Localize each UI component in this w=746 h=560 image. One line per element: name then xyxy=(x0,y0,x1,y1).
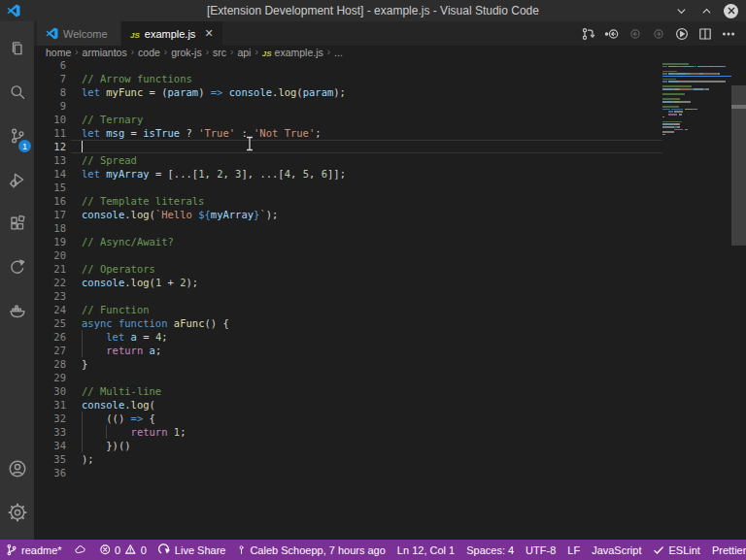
minimap[interactable] xyxy=(662,60,731,138)
code-line-18[interactable]: 18 xyxy=(34,221,746,235)
activity-bar-item account-icon[interactable] xyxy=(0,446,34,490)
editor-scrollbar[interactable] xyxy=(731,58,746,540)
code-line-30[interactable]: 30// Multi-line xyxy=(34,384,746,398)
git-blame-status[interactable]: Caleb Schoepp, 7 hours ago xyxy=(231,540,390,560)
code-line-15[interactable]: 15 xyxy=(34,181,746,194)
code-line-25[interactable]: 25async function aFunc() { xyxy=(34,316,746,330)
code-line-29[interactable]: 29 xyxy=(34,371,746,384)
activity-bar-item source-control-icon[interactable]: 1 xyxy=(0,114,34,157)
code-line-21[interactable]: 21// Operators xyxy=(34,262,746,276)
line-number: 25 xyxy=(34,316,82,330)
eol-status[interactable]: LF xyxy=(561,540,586,560)
tab-example-js[interactable]: JSexample.js✕ xyxy=(121,21,222,46)
maximize-button chevron-up-icon[interactable] xyxy=(698,3,714,18)
activity-bar-item extensions-icon[interactable] xyxy=(0,201,34,245)
scrollbar-thumb[interactable] xyxy=(731,85,746,246)
breadcrumb-item-example-js[interactable]: example.js xyxy=(275,47,323,58)
line-number: 21 xyxy=(34,262,82,276)
tab-label: Welcome xyxy=(63,28,108,40)
language-status[interactable]: JavaScript xyxy=(586,540,647,560)
encoding-status[interactable]: UTF-8 xyxy=(520,540,561,560)
indent-guide xyxy=(82,439,83,452)
error-icon xyxy=(99,544,112,556)
previous-change-icon[interactable] xyxy=(627,26,643,42)
code-line-36[interactable]: 36 xyxy=(34,466,746,479)
tab-welcome[interactable]: Welcome xyxy=(37,21,120,46)
prettier-status[interactable]: Prettier xyxy=(706,540,746,560)
indentation-status[interactable]: Spaces: 4 xyxy=(460,540,520,560)
line-content: // Async/Await? xyxy=(82,235,746,248)
activity-bar-item search-icon[interactable] xyxy=(0,70,34,114)
line-content: // Operators xyxy=(82,262,746,276)
code-line-28[interactable]: 28} xyxy=(34,357,746,371)
code-line-19[interactable]: 19// Async/Await? xyxy=(34,235,746,248)
breadcrumb-item--[interactable]: ... xyxy=(334,47,343,58)
code-line-6[interactable]: 6 xyxy=(34,58,746,72)
live-share-status[interactable]: Live Share xyxy=(153,540,232,560)
code-line-31[interactable]: 31console.log( xyxy=(34,398,746,412)
code-editor[interactable]: 67// Arrow functions8let myFunc = (param… xyxy=(34,58,746,540)
activity-bar-item explorer-icon[interactable] xyxy=(0,26,34,70)
breadcrumb: home›armiantos›code›grok-js›src›api›JSex… xyxy=(34,46,746,58)
sync-status[interactable] xyxy=(68,540,93,560)
check-icon xyxy=(653,544,664,556)
code-line-14[interactable]: 14let myArray = [...[1, 2, 3], ...[4, 5,… xyxy=(34,167,746,181)
code-line-7[interactable]: 7// Arrow functions xyxy=(34,72,746,85)
activity-bar-item live-share-icon[interactable] xyxy=(0,245,34,288)
blame-person-icon xyxy=(237,544,246,556)
open-changes-icon[interactable] xyxy=(581,26,596,42)
breadcrumb-item-src[interactable]: src xyxy=(213,47,226,58)
activity-bar-item run-debug-icon[interactable] xyxy=(0,157,34,201)
eslint-status[interactable]: ESLint xyxy=(647,540,705,560)
breadcrumb-separator: › xyxy=(254,47,257,57)
breadcrumb-item-armiantos[interactable]: armiantos xyxy=(83,47,127,58)
code-line-33[interactable]: 33 return 1; xyxy=(34,425,746,439)
vscode-logo-icon xyxy=(7,4,20,17)
code-line-13[interactable]: 13// Spread xyxy=(34,153,746,167)
minimize-button chevron-down-icon[interactable] xyxy=(673,3,689,18)
code-line-17[interactable]: 17console.log(`Hello ${myArray}`); xyxy=(34,208,746,221)
line-content: } xyxy=(82,357,746,371)
problems-status[interactable]: 00 xyxy=(93,540,153,560)
code-line-26[interactable]: 26 let a = 4; xyxy=(34,330,746,344)
breadcrumb-item-home[interactable]: home xyxy=(46,47,71,58)
code-line-22[interactable]: 22console.log(1 + 2); xyxy=(34,276,746,289)
code-line-34[interactable]: 34 })() xyxy=(34,439,746,452)
line-number: 10 xyxy=(34,113,82,126)
activity-bar-item docker-icon[interactable] xyxy=(0,288,34,332)
code-line-20[interactable]: 20 xyxy=(34,248,746,262)
cursor-position-status[interactable]: Ln 12, Col 1 xyxy=(391,540,460,560)
line-content xyxy=(82,58,746,72)
code-line-9[interactable]: 9 xyxy=(34,99,746,113)
more-actions-icon[interactable] xyxy=(721,26,736,42)
line-content: console.log( xyxy=(82,398,746,412)
next-change-icon[interactable] xyxy=(651,26,666,42)
close-button close-icon[interactable] xyxy=(724,4,738,18)
breadcrumb-item-grok-js[interactable]: grok-js xyxy=(171,47,202,58)
breadcrumb-item-api[interactable]: api xyxy=(237,47,251,58)
tab-label: example.js xyxy=(145,28,196,40)
tab-close-icon[interactable]: ✕ xyxy=(204,27,213,40)
code-line-24[interactable]: 24// Function xyxy=(34,303,746,316)
scm-branch-status[interactable]: readme* xyxy=(0,540,68,560)
first-change-icon[interactable] xyxy=(604,26,620,42)
branch-icon xyxy=(6,544,17,556)
code-line-12[interactable]: 12 xyxy=(34,140,746,153)
line-number: 12 xyxy=(34,140,82,153)
code-line-35[interactable]: 35); xyxy=(34,452,746,466)
activity-bar-item settings-gear-icon[interactable] xyxy=(0,490,34,534)
live-share-status-label: Live Share xyxy=(175,544,226,556)
code-line-8[interactable]: 8let myFunc = (param) => console.log(par… xyxy=(34,85,746,99)
code-line-10[interactable]: 10// Ternary xyxy=(34,113,746,126)
code-line-32[interactable]: 32 (() => { xyxy=(34,412,746,425)
breadcrumb-item-code[interactable]: code xyxy=(138,47,160,58)
problems-status-label: 0 xyxy=(115,544,120,556)
code-line-23[interactable]: 23 xyxy=(34,289,746,303)
split-editor-icon[interactable] xyxy=(697,26,713,42)
line-content: let a = 4; xyxy=(82,330,746,344)
line-number: 27 xyxy=(34,344,82,357)
code-line-27[interactable]: 27 return a; xyxy=(34,344,746,357)
code-line-11[interactable]: 11let msg = isTrue ? 'True' : 'Not True'… xyxy=(34,126,746,140)
run-icon[interactable] xyxy=(674,26,690,42)
code-line-16[interactable]: 16// Template literals xyxy=(34,194,746,208)
